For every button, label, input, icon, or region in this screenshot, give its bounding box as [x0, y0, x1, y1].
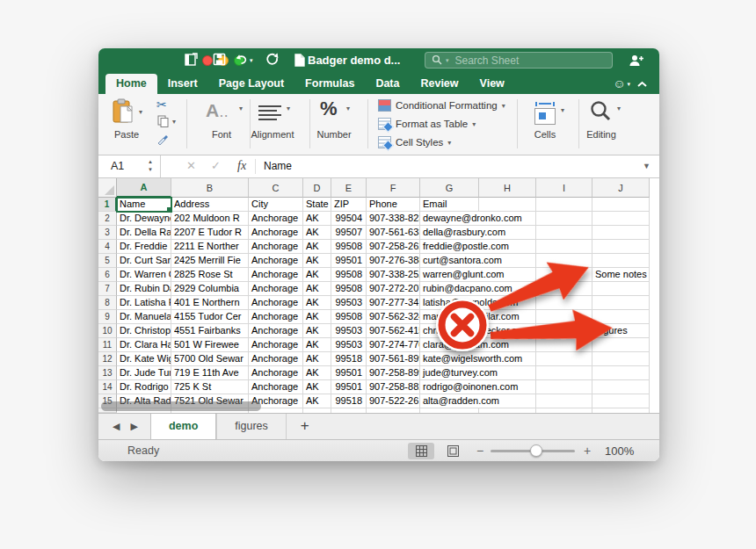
cell-D9[interactable]: AK — [303, 310, 331, 324]
paste-button[interactable]: Paste — [107, 129, 146, 140]
search-input[interactable] — [454, 54, 598, 68]
conditional-formatting-button[interactable]: Conditional Formatting▾ — [378, 99, 505, 112]
cell-C13[interactable]: Anchorage — [249, 366, 303, 380]
cell-A2[interactable]: Dr. Dewayne — [117, 212, 171, 226]
cell-F8[interactable]: 907-277-341 — [367, 296, 420, 310]
row-header-13[interactable]: 13 — [98, 366, 117, 380]
editing-button[interactable]: Editing — [577, 129, 626, 140]
cell-J8[interactable] — [592, 296, 650, 310]
prev-sheet-icon[interactable]: ◀ — [113, 421, 120, 432]
cell-F10[interactable]: 907-562-415 — [367, 324, 420, 338]
collapse-ribbon-icon[interactable] — [637, 76, 647, 91]
cell-G5[interactable]: curt@santora.com — [420, 254, 479, 268]
cell-J7[interactable] — [592, 282, 650, 296]
cell-E13[interactable]: 99501 — [331, 366, 367, 380]
tab-page-layout[interactable]: Page Layout — [208, 74, 294, 94]
cell-G2[interactable]: dewayne@dronko.com — [420, 212, 479, 226]
cell-A14[interactable]: Dr. Rodrigo C — [117, 380, 171, 394]
search-sheet-box[interactable]: ▾ — [425, 52, 613, 69]
cell-A13[interactable]: Dr. Jude Turv — [117, 366, 171, 380]
column-header-J[interactable]: J — [592, 178, 650, 198]
name-box-stepper[interactable]: ▲▼ — [148, 158, 153, 174]
cell-F9[interactable]: 907-562-324 — [367, 310, 420, 324]
cell-A12[interactable]: Dr. Kate Wig — [117, 352, 171, 366]
cell-B7[interactable]: 2929 Columbia — [171, 282, 249, 296]
row-header-8[interactable]: 8 — [98, 296, 117, 310]
cell-C5[interactable]: Anchorage — [249, 254, 303, 268]
cell-G12[interactable]: kate@wigelsworth.com — [420, 352, 479, 366]
sheet-tab-demo[interactable]: demo — [150, 414, 216, 439]
cell-A6[interactable]: Dr. Warren G — [117, 268, 171, 282]
cell-E4[interactable]: 99508 — [331, 240, 367, 254]
cell-F7[interactable]: 907-272-207 — [367, 282, 420, 296]
cell-styles-button[interactable]: Cell Styles▾ — [378, 136, 451, 148]
cell-G7[interactable]: rubin@dacpano.com — [420, 282, 479, 296]
zoom-in-button[interactable]: + — [584, 444, 591, 458]
cell-D6[interactable]: AK — [303, 268, 331, 282]
cell-J13[interactable] — [592, 366, 650, 380]
cell-B9[interactable]: 4155 Tudor Cer — [171, 310, 249, 324]
alignment-dropdown-caret[interactable]: ▾ — [287, 105, 290, 112]
cells-dropdown-caret[interactable]: ▾ — [561, 106, 564, 114]
name-box[interactable]: A1 ▲▼ — [98, 155, 161, 177]
cell-E14[interactable]: 99501 — [331, 380, 367, 394]
cell-D13[interactable]: AK — [303, 366, 331, 380]
row-header-2[interactable]: 2 — [98, 212, 117, 226]
title-bar[interactable]: ▾ Badger demo d... ▾ — [98, 48, 659, 73]
cell-A10[interactable]: Dr. Christope — [117, 324, 171, 338]
row-header-4[interactable]: 4 — [98, 240, 117, 254]
cell-B12[interactable]: 5700 Old Sewar — [171, 352, 249, 366]
tab-review[interactable]: Review — [410, 74, 469, 94]
cell-F4[interactable]: 907-258-262 — [367, 240, 420, 254]
cell-J9[interactable] — [592, 310, 650, 324]
cell-G9[interactable]: manuela@aguilar.com — [420, 310, 479, 324]
cell-I4[interactable] — [536, 240, 592, 254]
column-header-D[interactable]: D — [303, 178, 331, 198]
cell-F11[interactable]: 907-274-770 — [367, 338, 420, 352]
cell-E6[interactable]: 99508 — [331, 268, 367, 282]
cell-J1[interactable] — [592, 198, 650, 212]
tab-view[interactable]: View — [469, 74, 515, 94]
cell-A1[interactable]: Name — [117, 198, 171, 212]
cell-G8[interactable]: latisha@reynolds.com — [420, 296, 479, 310]
cell-I1[interactable] — [536, 198, 592, 212]
cell-I5[interactable] — [536, 254, 592, 268]
sheet-tab-figures[interactable]: figures — [216, 414, 287, 439]
cell-A11[interactable]: Dr. Clara Hay — [117, 338, 171, 352]
zoom-slider-knob[interactable] — [530, 444, 542, 457]
cell-E10[interactable]: 99503 — [331, 324, 367, 338]
alignment-group-icon[interactable] — [258, 103, 281, 123]
cell-D2[interactable]: AK — [303, 212, 331, 226]
cell-B8[interactable]: 401 E Northern — [171, 296, 249, 310]
format-painter-icon[interactable] — [156, 133, 170, 149]
cell-C7[interactable]: Anchorage — [249, 282, 303, 296]
cell-G6[interactable]: warren@glunt.com — [420, 268, 479, 282]
cell-J15[interactable] — [592, 394, 650, 408]
cell-F13[interactable]: 907-258-899 — [367, 366, 420, 380]
cell-J3[interactable] — [592, 226, 650, 240]
cell-C2[interactable]: Anchorage — [249, 212, 303, 226]
insert-function-icon[interactable]: fx — [237, 159, 246, 173]
cell-I12[interactable] — [536, 352, 592, 366]
cell-G1[interactable]: Email — [420, 198, 479, 212]
cell-J12[interactable] — [592, 352, 650, 366]
redo-icon[interactable] — [265, 53, 280, 70]
copy-dropdown-caret[interactable]: ▾ — [172, 118, 176, 126]
cell-I9[interactable] — [536, 310, 592, 324]
paste-clipboard-icon[interactable] — [113, 98, 135, 128]
cell-C10[interactable]: Anchorage — [249, 324, 303, 338]
row-header-1[interactable]: 1 — [98, 198, 117, 212]
row-header-12[interactable]: 12 — [98, 352, 117, 366]
cell-E11[interactable]: 99503 — [331, 338, 367, 352]
feedback-smiley-icon[interactable]: ☺ ▾ — [613, 76, 630, 90]
cell-C11[interactable]: Anchorage — [249, 338, 303, 352]
cell-J10[interactable]: Figures — [592, 324, 650, 338]
undo-icon[interactable] — [234, 53, 249, 70]
cell-C14[interactable]: Anchorage — [249, 380, 303, 394]
cell-J2[interactable] — [592, 212, 650, 226]
paste-dropdown-caret[interactable]: ▾ — [139, 108, 142, 116]
column-header-E[interactable]: E — [331, 178, 367, 198]
select-all-corner[interactable] — [98, 178, 117, 198]
cell-E5[interactable]: 99501 — [331, 254, 367, 268]
cell-I10[interactable] — [536, 324, 592, 338]
